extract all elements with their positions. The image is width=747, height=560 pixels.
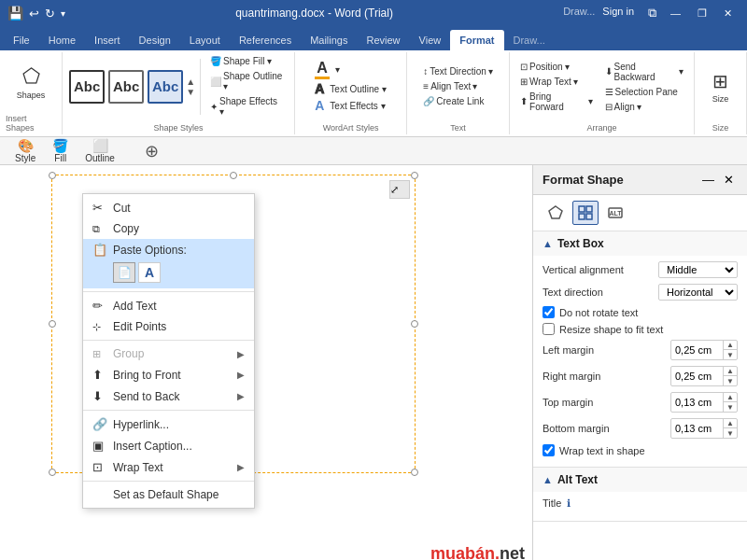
shape-effects-btn[interactable]: ✦ Shape Effects ▾ (205, 94, 289, 119)
fill-icon: 🪣 (210, 56, 221, 66)
paste-option-text[interactable]: A (138, 262, 161, 283)
abc-style-1[interactable]: Abc (69, 70, 105, 104)
size-button[interactable]: ⊞ Size (700, 67, 741, 106)
tab-view[interactable]: View (410, 30, 451, 50)
left-margin-up[interactable]: ▲ (724, 341, 737, 350)
insert-shapes-content: ⬠ Shapes (10, 54, 51, 109)
ribbon-group-arrange: ⊡ Position ▾ ⊞ Wrap Text ▾ ⬆ Bring Forwa… (510, 52, 695, 134)
layout-grid-icon (578, 205, 593, 220)
ctx-hyperlink[interactable]: 🔗 Hyperlink... (83, 413, 254, 435)
restore-button[interactable]: ❐ (690, 6, 714, 21)
selection-pane-btn[interactable]: ☰ Selection Pane (600, 85, 689, 99)
resize-handle-icon[interactable]: ⤢ (389, 180, 410, 199)
style-tool-btn[interactable]: 🎨 Style (9, 136, 41, 165)
tab-layout[interactable]: Layout (180, 30, 230, 50)
minimize-button[interactable]: — (663, 6, 688, 21)
close-button[interactable]: ✕ (716, 6, 740, 21)
ctx-group[interactable]: ⊞ Group ▶ (83, 343, 254, 364)
ctx-copy[interactable]: ⧉ Copy (83, 218, 254, 239)
size-icon: ⊞ (712, 70, 728, 92)
resize-mode-icon[interactable]: ⧉ (643, 6, 661, 21)
shape-fill-btn[interactable]: 🪣 Shape Fill ▾ (205, 54, 289, 68)
left-margin-down[interactable]: ▼ (724, 350, 737, 359)
abc-styles-grid: Abc Abc Abc ▲ ▼ (68, 69, 195, 105)
do-not-rotate-checkbox[interactable] (543, 306, 555, 318)
top-margin-up[interactable]: ▲ (724, 393, 737, 402)
ctx-wrap-text[interactable]: ⊡ Wrap Text ▶ (83, 456, 254, 478)
sign-in-btn[interactable]: Sign in (602, 6, 634, 21)
undo-icon[interactable]: ↩ (29, 7, 39, 21)
abc-style-3[interactable]: Abc (148, 70, 183, 104)
panel-tab-fill[interactable] (543, 201, 569, 225)
panel-tab-layout[interactable] (572, 201, 599, 225)
panel-close-btn[interactable]: ✕ (720, 171, 738, 189)
right-margin-down[interactable]: ▼ (724, 376, 737, 385)
ribbon-group-wordart: A ▾ A Text Outline ▾ A Text Effects ▾ Wo… (295, 52, 407, 134)
ctx-add-text[interactable]: ✏ Add Text (83, 295, 254, 316)
textbox-section-header[interactable]: ▲ Text Box (533, 231, 747, 256)
text-direction-icon: ↕ (423, 66, 428, 77)
tab-review[interactable]: Review (358, 30, 410, 50)
tab-insert[interactable]: Insert (85, 30, 130, 50)
handle-mr[interactable] (411, 320, 418, 328)
position-btn[interactable]: ⊡ Position ▾ (515, 60, 598, 74)
ctx-paste-options[interactable]: 📋 Paste Options: 📄 A (83, 239, 254, 288)
top-margin-down[interactable]: ▼ (724, 402, 737, 412)
ctx-cut[interactable]: ✂ Cut (83, 197, 254, 218)
bottom-margin-input[interactable] (671, 422, 723, 435)
right-margin-up[interactable]: ▲ (724, 367, 737, 376)
bring-forward-btn[interactable]: ⬆ Bring Forward ▾ (515, 90, 598, 114)
wrap-text-btn[interactable]: ⊞ Wrap Text ▾ (515, 75, 598, 89)
bottom-margin-down[interactable]: ▼ (724, 428, 737, 438)
align-btn[interactable]: ⊟ Align ▾ (600, 100, 689, 114)
handle-br[interactable] (411, 469, 418, 476)
tab-references[interactable]: References (230, 30, 301, 50)
top-margin-input[interactable] (671, 396, 723, 409)
insert-shapes-label: Insert Shapes (6, 111, 56, 133)
tab-file[interactable]: File (4, 30, 39, 50)
fill-tool-btn[interactable]: 🪣 Fill (47, 136, 74, 165)
text-content: ↕ Text Direction ▾ ≡ Align Text ▾ 🔗 Crea… (418, 54, 498, 119)
bottom-margin-row: Bottom margin ▲ ▼ (543, 418, 738, 439)
panel-pin-btn[interactable]: — (698, 171, 718, 189)
handle-ml[interactable] (49, 320, 56, 328)
text-direction-btn[interactable]: ↕ Text Direction ▾ (418, 64, 498, 78)
right-margin-input[interactable] (671, 370, 723, 383)
wrap-text-checkbox[interactable] (543, 444, 555, 456)
tab-draw[interactable]: Draw... (504, 30, 555, 50)
panel-tab-alttext[interactable]: ALT (602, 201, 628, 225)
vertical-alignment-select[interactable]: Middle Top Bottom (658, 261, 738, 278)
send-backward-btn[interactable]: ⬇ Send Backward ▾ (600, 60, 689, 84)
align-text-btn[interactable]: ≡ Align Text ▾ (418, 79, 498, 93)
paste-option-keep[interactable]: 📄 (113, 262, 135, 283)
redo-icon[interactable]: ↻ (45, 7, 55, 21)
ctx-bring-front[interactable]: ⬆ Bring to Front ▶ (83, 364, 254, 385)
alt-text-section-header[interactable]: ▲ Alt Text (533, 468, 747, 492)
left-margin-row: Left margin ▲ ▼ (543, 340, 738, 360)
handle-tm[interactable] (230, 172, 237, 179)
tab-mailings[interactable]: Mailings (301, 30, 357, 50)
resize-shape-checkbox[interactable] (543, 323, 555, 335)
ctx-edit-points[interactable]: ⊹ Edit Points (83, 316, 254, 337)
outline-tool-btn[interactable]: ⬜ Outline (79, 136, 120, 165)
svg-rect-3 (579, 214, 585, 219)
bottom-margin-up[interactable]: ▲ (724, 419, 737, 428)
create-link-btn[interactable]: 🔗 Create Link (418, 94, 498, 108)
tab-design[interactable]: Design (130, 30, 180, 50)
left-margin-input[interactable] (671, 343, 723, 357)
align-text-icon: ≡ (423, 81, 429, 91)
handle-tr[interactable] (411, 172, 418, 179)
tab-home[interactable]: Home (39, 30, 85, 50)
styles-dropdown-arrow[interactable]: ▲ ▼ (186, 77, 195, 97)
handle-bl[interactable] (49, 469, 56, 476)
text-direction-label: Text direction (543, 287, 653, 298)
ctx-set-default[interactable]: Set as Default Shape (83, 484, 254, 505)
text-direction-select[interactable]: Horizontal Vertical (658, 284, 738, 301)
shape-outline-btn[interactable]: ⬜ Shape Outline ▾ (205, 69, 289, 93)
ctx-send-back[interactable]: ⬇ Send to Back ▶ (83, 385, 254, 407)
tab-format[interactable]: Format (450, 30, 503, 50)
ctx-insert-caption[interactable]: ▣ Insert Caption... (83, 435, 254, 456)
abc-style-2[interactable]: Abc (108, 70, 144, 104)
shapes-button[interactable]: ⬠ Shapes (10, 62, 51, 103)
handle-tl[interactable] (49, 172, 56, 179)
